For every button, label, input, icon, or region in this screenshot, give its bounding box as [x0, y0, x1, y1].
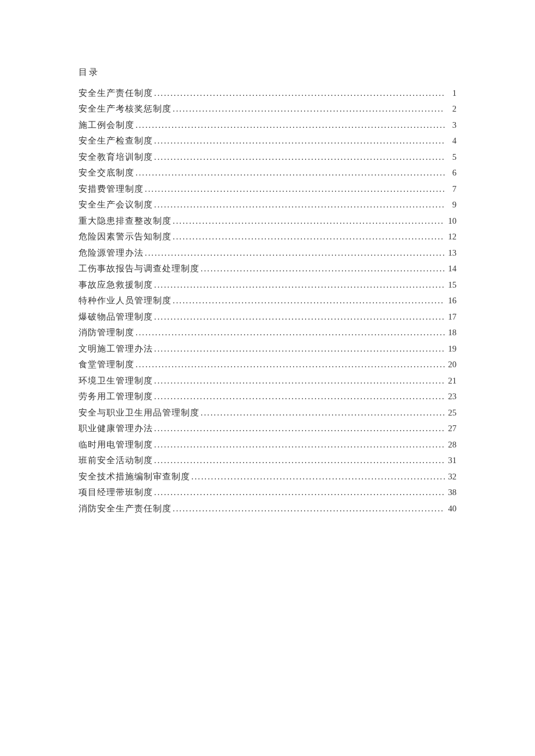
- toc-entry-label: 项目经理带班制度: [79, 488, 153, 497]
- toc-item: 安全生产会议制度9: [79, 197, 456, 213]
- toc-dot-leader: [153, 281, 445, 289]
- toc-item: 危险源管理办法13: [79, 245, 456, 261]
- toc-list: 安全生产责任制度1安全生产考核奖惩制度2施工例会制度3安全生产检查制度4安全教育…: [79, 85, 456, 517]
- toc-item: 文明施工管理办法19: [79, 341, 456, 357]
- toc-item: 危险因素警示告知制度12: [79, 229, 456, 245]
- toc-entry-page: 1: [445, 89, 456, 98]
- toc-entry-label: 危险源管理办法: [79, 249, 144, 257]
- document-page: 目录 安全生产责任制度1安全生产考核奖惩制度2施工例会制度3安全生产检查制度4安…: [0, 0, 535, 517]
- toc-dot-leader: [153, 424, 445, 433]
- toc-item: 工伤事故报告与调查处理制度14: [79, 261, 456, 277]
- toc-entry-label: 安全生产责任制度: [79, 89, 153, 98]
- toc-entry-page: 28: [445, 440, 456, 449]
- toc-entry-page: 40: [445, 504, 456, 513]
- toc-item: 爆破物品管理制度17: [79, 309, 456, 325]
- toc-item: 安全交底制度6: [79, 165, 456, 181]
- toc-dot-leader: [153, 377, 445, 385]
- toc-item: 消防安全生产责任制度40: [79, 500, 456, 517]
- toc-entry-page: 2: [445, 105, 456, 113]
- toc-item: 班前安全活动制度31: [79, 453, 456, 469]
- toc-item: 劳务用工管理制度23: [79, 389, 456, 405]
- toc-entry-label: 食堂管理制度: [79, 360, 134, 369]
- toc-entry-label: 施工例会制度: [79, 121, 134, 130]
- toc-dot-leader: [144, 185, 445, 194]
- toc-entry-page: 14: [445, 264, 456, 273]
- toc-item: 重大隐患排查整改制度10: [79, 213, 456, 229]
- toc-entry-page: 31: [445, 456, 456, 465]
- toc-dot-leader: [134, 121, 445, 130]
- toc-entry-page: 18: [445, 328, 456, 337]
- toc-dot-leader: [199, 409, 445, 417]
- toc-dot-leader: [144, 249, 445, 257]
- toc-dot-leader: [153, 313, 445, 321]
- toc-entry-label: 事故应急救援制度: [79, 281, 153, 289]
- toc-item: 环境卫生管理制度21: [79, 372, 456, 389]
- toc-item: 安措费管理制度7: [79, 181, 456, 197]
- toc-dot-leader: [134, 360, 445, 369]
- toc-dot-leader: [153, 440, 445, 449]
- toc-item: 临时用电管理制度28: [79, 436, 456, 453]
- toc-entry-label: 班前安全活动制度: [79, 456, 153, 465]
- toc-entry-label: 消防安全生产责任制度: [79, 504, 172, 513]
- toc-dot-leader: [153, 456, 445, 465]
- toc-item: 项目经理带班制度38: [79, 485, 456, 501]
- toc-entry-label: 安全生产会议制度: [79, 200, 153, 209]
- toc-entry-page: 3: [445, 121, 456, 130]
- toc-item: 安全生产考核奖惩制度2: [79, 101, 456, 117]
- toc-entry-page: 27: [445, 424, 456, 433]
- toc-entry-page: 16: [445, 296, 456, 305]
- toc-dot-leader: [199, 264, 445, 273]
- toc-entry-label: 安全生产检查制度: [79, 137, 153, 145]
- toc-entry-page: 9: [445, 200, 456, 209]
- toc-entry-label: 安全技术措施编制审查制度: [79, 472, 190, 481]
- toc-item: 安全生产责任制度1: [79, 85, 456, 101]
- toc-entry-page: 17: [445, 313, 456, 321]
- toc-entry-label: 环境卫生管理制度: [79, 377, 153, 385]
- toc-entry-label: 安全交底制度: [79, 169, 134, 177]
- toc-dot-leader: [153, 345, 445, 353]
- toc-entry-page: 19: [445, 345, 456, 353]
- toc-item: 安全技术措施编制审查制度32: [79, 468, 456, 485]
- toc-item: 施工例会制度3: [79, 117, 456, 133]
- toc-item: 职业健康管理办法27: [79, 421, 456, 437]
- toc-item: 安全生产检查制度4: [79, 133, 456, 149]
- toc-item: 特种作业人员管理制度16: [79, 293, 456, 309]
- toc-entry-page: 13: [445, 249, 456, 257]
- toc-entry-label: 爆破物品管理制度: [79, 313, 153, 321]
- toc-item: 安全教育培训制度5: [79, 149, 456, 165]
- toc-entry-label: 安措费管理制度: [79, 185, 144, 194]
- toc-entry-label: 特种作业人员管理制度: [79, 296, 172, 305]
- toc-entry-page: 12: [445, 232, 456, 241]
- toc-entry-label: 重大隐患排查整改制度: [79, 217, 172, 225]
- toc-item: 消防管理制度18: [79, 325, 456, 341]
- toc-entry-label: 消防管理制度: [79, 328, 134, 337]
- toc-dot-leader: [134, 328, 445, 337]
- toc-entry-label: 安全生产考核奖惩制度: [79, 105, 172, 113]
- toc-dot-leader: [172, 504, 445, 513]
- toc-entry-page: 23: [445, 392, 456, 401]
- toc-entry-page: 4: [445, 137, 456, 145]
- toc-entry-page: 10: [445, 217, 456, 225]
- toc-dot-leader: [172, 105, 445, 113]
- toc-entry-label: 安全与职业卫生用品管理制度: [79, 409, 199, 417]
- toc-item: 事故应急救援制度15: [79, 277, 456, 293]
- toc-dot-leader: [153, 153, 445, 162]
- toc-entry-page: 20: [445, 360, 456, 369]
- toc-entry-page: 7: [445, 185, 456, 194]
- toc-entry-page: 6: [445, 169, 456, 177]
- toc-entry-label: 工伤事故报告与调查处理制度: [79, 264, 199, 273]
- toc-dot-leader: [153, 200, 445, 209]
- toc-entry-page: 38: [445, 488, 456, 497]
- toc-entry-page: 15: [445, 281, 456, 289]
- toc-dot-leader: [153, 89, 445, 98]
- toc-entry-label: 临时用电管理制度: [79, 440, 153, 449]
- toc-dot-leader: [153, 392, 445, 401]
- toc-entry-page: 21: [445, 377, 456, 385]
- toc-dot-leader: [153, 137, 445, 145]
- toc-entry-label: 职业健康管理办法: [79, 424, 153, 433]
- toc-entry-label: 危险因素警示告知制度: [79, 232, 172, 241]
- toc-entry-page: 5: [445, 153, 456, 162]
- toc-dot-leader: [172, 296, 445, 305]
- toc-entry-label: 劳务用工管理制度: [79, 392, 153, 401]
- toc-item: 安全与职业卫生用品管理制度25: [79, 404, 456, 421]
